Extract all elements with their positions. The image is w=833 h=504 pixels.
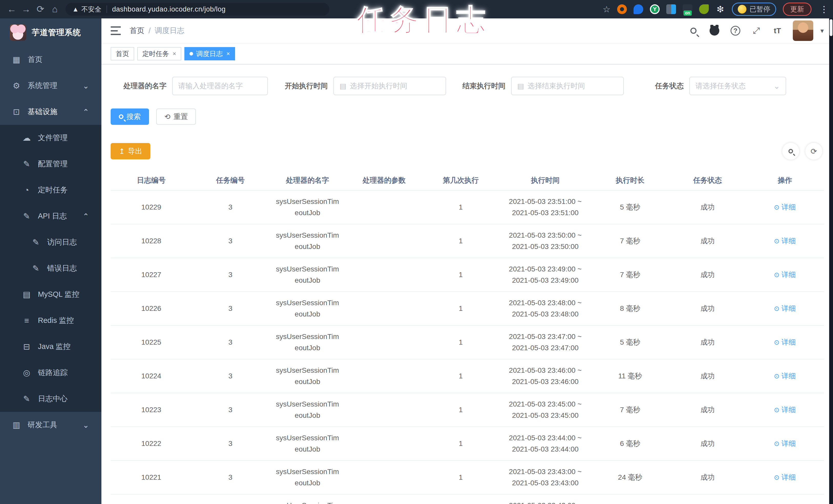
scrollbar-thumb[interactable] — [830, 19, 832, 36]
sidebar-item-tools[interactable]: ▥研发工具⌄ — [0, 412, 101, 438]
user-avatar[interactable] — [793, 21, 813, 41]
sidebar-item-infra[interactable]: ⊡基础设施⌃ — [0, 99, 101, 125]
end-time-picker[interactable]: ▤ 选择结束执行时间 — [511, 77, 624, 95]
breadcrumb-separator: / — [148, 27, 150, 35]
chevron-up-icon: ⌃ — [83, 107, 89, 117]
detail-link[interactable]: ⊙详细 — [774, 303, 796, 314]
detail-link[interactable]: ⊙详细 — [774, 404, 796, 415]
sidebar-toggle-icon[interactable] — [111, 26, 121, 35]
cell-duration: 7 毫秒 — [591, 393, 669, 427]
detail-link-label: 详细 — [782, 202, 796, 213]
cell-job-id: 3 — [192, 224, 269, 258]
extension-icon[interactable] — [617, 4, 627, 14]
extension-icon[interactable]: Y — [650, 4, 660, 14]
browser-reload-icon[interactable]: ⟳ — [33, 2, 48, 16]
sidebar-item-job[interactable]: ◔定时任务 — [0, 177, 101, 203]
cell-handler-param — [346, 258, 422, 292]
extension-icon[interactable] — [634, 4, 643, 14]
cell-job-id: 3 — [192, 393, 269, 427]
handler-name-input[interactable]: 请输入处理器的名字 — [172, 77, 268, 95]
sidebar-item-java[interactable]: ⊟Java 监控 — [0, 334, 101, 360]
layers-icon: ≡ — [22, 316, 32, 325]
cell-status: 成功 — [669, 494, 746, 504]
log-icon: ✎ — [22, 211, 32, 221]
cell-job-id: 3 — [192, 427, 269, 460]
cell-action: ⊙详细 — [746, 292, 824, 325]
handler-name-label: 处理器的名字 — [123, 81, 166, 91]
sidebar-item-file[interactable]: ☁文件管理 — [0, 125, 101, 151]
cell-duration: 7 毫秒 — [591, 258, 669, 292]
cell-handler-param — [346, 393, 422, 427]
detail-link[interactable]: ⊙详细 — [774, 371, 796, 382]
reset-button[interactable]: ⟲ 重置 — [156, 108, 196, 125]
sidebar-item-redis[interactable]: ≡Redis 监控 — [0, 307, 101, 334]
detail-link[interactable]: ⊙详细 — [774, 438, 796, 449]
url-bar[interactable]: ▲ 不安全 dashboard.yudao.iocoder.cn/job/log — [66, 3, 329, 16]
detail-link[interactable]: ⊙详细 — [774, 472, 796, 483]
log-icon: ✎ — [31, 237, 41, 247]
extension-icon[interactable] — [699, 4, 709, 14]
tab-job-log[interactable]: 调度日志× — [184, 47, 235, 60]
sidebar-item-label: 系统管理 — [28, 81, 57, 91]
breadcrumb-home[interactable]: 首页 — [129, 26, 144, 36]
github-icon[interactable] — [709, 25, 720, 36]
browser-forward-icon[interactable]: → — [19, 2, 33, 16]
chevron-down-icon[interactable]: ▾ — [820, 27, 824, 35]
detail-link-label: 详细 — [782, 404, 796, 415]
sidebar-item-system[interactable]: ⚙系统管理⌄ — [0, 73, 101, 99]
cell-handler-param — [346, 427, 422, 460]
detail-link[interactable]: ⊙详细 — [774, 235, 796, 247]
column-header: 操作 — [746, 170, 824, 190]
sidebar-item-access-log[interactable]: ✎访问日志 — [0, 229, 101, 255]
cell-action: ⊙详细 — [746, 224, 824, 258]
cell-exec-time: 2021-05-03 23:48:00 ~2021-05-03 23:48:00 — [499, 292, 591, 325]
detail-link[interactable]: ⊙详细 — [774, 202, 796, 213]
cell-exec-index: 1 — [422, 258, 499, 292]
begin-time-picker[interactable]: ▤ 选择开始执行时间 — [333, 77, 446, 95]
bookmark-star-icon[interactable]: ☆ — [603, 4, 611, 14]
help-icon[interactable]: ? — [730, 25, 741, 36]
extensions-puzzle-icon[interactable]: ❇ — [715, 4, 725, 14]
eye-icon: ⊙ — [774, 202, 780, 213]
cell-duration: 6 毫秒 — [591, 494, 669, 504]
sidebar-item-mysql[interactable]: ▤MySQL 监控 — [0, 281, 101, 307]
browser-update-button[interactable]: 更新 — [783, 3, 811, 16]
close-icon[interactable]: × — [173, 50, 176, 57]
sidebar-item-error-log[interactable]: ✎错误日志 — [0, 255, 101, 281]
close-icon[interactable]: × — [227, 50, 230, 57]
tab-job[interactable]: 定时任务× — [137, 47, 181, 60]
app-logo-row[interactable]: 芋道管理系统 — [0, 19, 101, 47]
browser-back-icon[interactable]: ← — [5, 2, 19, 16]
cell-exec-index: 1 — [422, 393, 499, 427]
export-button[interactable]: ↥ 导出 — [111, 143, 150, 159]
sidebar-item-tracer[interactable]: ◎链路追踪 — [0, 360, 101, 386]
tab-home[interactable]: 首页 — [111, 47, 134, 60]
window-scrollbar[interactable] — [829, 19, 833, 504]
detail-link[interactable]: ⊙详细 — [774, 269, 796, 280]
cell-status: 成功 — [669, 325, 746, 359]
refresh-table-button[interactable]: ⟳ — [805, 143, 822, 160]
extension-icon[interactable] — [666, 4, 676, 14]
download-icon: ↥ — [119, 147, 125, 155]
font-size-icon[interactable]: tT — [772, 25, 783, 36]
search-button[interactable]: 搜索 — [111, 108, 149, 125]
emoji-icon — [738, 5, 746, 14]
sidebar-item-label: Java 监控 — [38, 342, 70, 352]
browser-menu-icon[interactable]: ⋮ — [820, 4, 828, 14]
active-dot-icon — [190, 52, 193, 55]
paused-badge[interactable]: 已暂停 — [732, 3, 776, 16]
fullscreen-icon[interactable]: ⤢ — [751, 25, 762, 36]
extension-icon[interactable]: on — [683, 4, 692, 14]
page-content: 处理器的名字 请输入处理器的名字 开始执行时间 ▤ 选择开始执行时间 结束执行时… — [101, 65, 833, 504]
search-icon[interactable] — [688, 25, 699, 36]
sidebar-item-config[interactable]: ✎配置管理 — [0, 151, 101, 177]
browser-home-icon[interactable]: ⌂ — [48, 2, 62, 16]
sidebar-item-home[interactable]: ▦首页 — [0, 47, 101, 73]
sidebar-item-api-log[interactable]: ✎API 日志⌃ — [0, 203, 101, 229]
cell-action: ⊙详细 — [746, 494, 824, 504]
database-icon: ▤ — [22, 289, 32, 299]
job-status-select[interactable]: 请选择任务状态 ⌄ — [689, 77, 786, 95]
sidebar-item-log-center[interactable]: ✎日志中心 — [0, 386, 101, 412]
detail-link[interactable]: ⊙详细 — [774, 337, 796, 348]
toggle-search-button[interactable] — [782, 143, 799, 160]
